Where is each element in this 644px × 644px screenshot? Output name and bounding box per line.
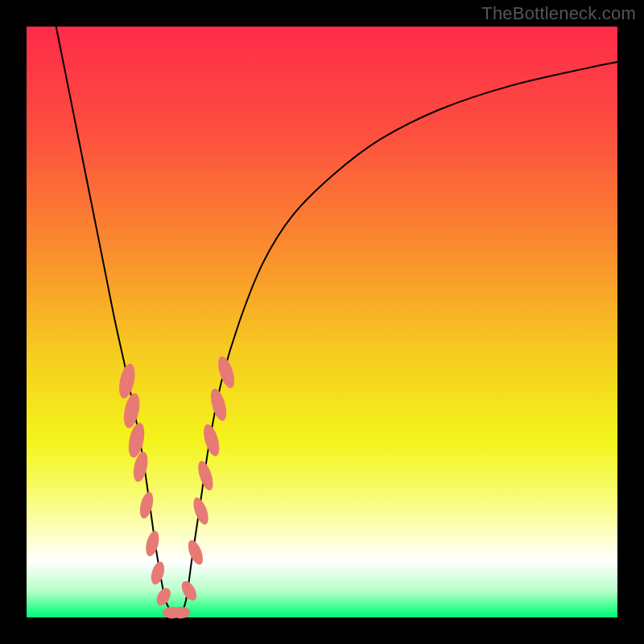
curve-marker xyxy=(200,423,222,458)
curve-marker xyxy=(185,539,206,567)
chart-svg xyxy=(27,27,617,617)
curve-marker xyxy=(138,490,155,519)
curve-marker xyxy=(215,354,237,390)
curve-marker xyxy=(149,560,167,586)
curve-marker xyxy=(171,607,190,619)
curve-marker xyxy=(191,496,212,526)
plot-area xyxy=(27,27,617,617)
curve-marker xyxy=(208,387,229,423)
chart-frame: TheBottleneck.com xyxy=(0,0,644,644)
curve-marker xyxy=(143,530,161,558)
bottleneck-curve xyxy=(56,27,617,617)
watermark-text: TheBottleneck.com xyxy=(481,3,636,24)
curve-marker xyxy=(154,585,173,608)
curve-marker xyxy=(196,459,217,492)
